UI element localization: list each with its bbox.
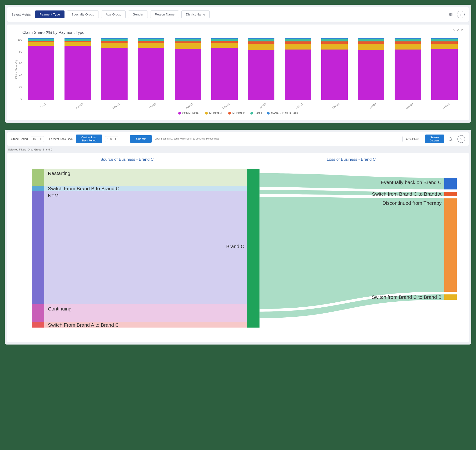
grace-period-label: Grace Period bbox=[11, 137, 28, 141]
chart-title: Claim Share (%) by Payment Type bbox=[22, 30, 462, 35]
bar-Apr-23: Apr-23 bbox=[358, 38, 384, 100]
warning-icon[interactable]: ⚠ bbox=[452, 28, 455, 32]
bar-Feb-23: Feb-23 bbox=[285, 38, 311, 100]
sankey-diagram-toggle[interactable]: Sankey Diagram bbox=[425, 135, 444, 143]
legend-cash[interactable]: CASH bbox=[250, 112, 262, 114]
svg-text:NTM: NTM bbox=[48, 193, 59, 199]
export-icon[interactable]: ⇱ bbox=[461, 28, 464, 32]
y-axis-label: Claim Share (%) bbox=[14, 38, 18, 100]
info-icon[interactable]: i bbox=[457, 11, 464, 18]
svg-rect-26 bbox=[444, 192, 457, 196]
sankey-panel: Grace Period 45 ▲▼ Forever Look Back Cus… bbox=[5, 130, 471, 344]
bar-Aug-22: Aug-22 bbox=[65, 38, 91, 100]
metric-region-name[interactable]: Region Name bbox=[150, 11, 179, 18]
svg-rect-30 bbox=[444, 295, 457, 300]
bar-May-23: May-23 bbox=[395, 38, 421, 100]
svg-point-5 bbox=[450, 15, 451, 16]
svg-point-11 bbox=[450, 140, 451, 141]
submit-hint: Upon Submitting, page refreshes in 10 se… bbox=[155, 137, 219, 141]
stacked-bar-plot: Jul-22Aug-22Sep-22Oct-22Nov-22Dec-22Jan-… bbox=[23, 38, 462, 100]
svg-rect-20 bbox=[32, 322, 44, 328]
svg-rect-14 bbox=[32, 186, 44, 191]
custom-lookback-button[interactable]: Custom Look Back Period bbox=[76, 135, 102, 143]
payment-type-panel: Select Metric Payment TypeSpecialty Grou… bbox=[5, 5, 471, 123]
sankey-diagram: RestartingSwitch From Brand B to Brand C… bbox=[14, 164, 462, 335]
settings-icon[interactable] bbox=[447, 11, 455, 18]
svg-point-3 bbox=[450, 13, 451, 14]
bar-Nov-22: Nov-22 bbox=[175, 38, 201, 100]
svg-text:Brand C: Brand C bbox=[226, 244, 244, 249]
svg-rect-16 bbox=[32, 191, 44, 304]
lookback-value-input[interactable]: 180 ▲▼ bbox=[105, 136, 118, 142]
select-metric-label: Select Metric bbox=[12, 13, 31, 16]
svg-text:Switch from Brand C to Brand B: Switch from Brand C to Brand B bbox=[372, 294, 442, 300]
bar-Jun-23: Jun-23 bbox=[431, 38, 458, 100]
expand-icon[interactable]: ⤢ bbox=[457, 28, 459, 32]
stepper-icon[interactable]: ▲▼ bbox=[114, 138, 116, 141]
metric-buttons: Payment TypeSpecialty GroupAge GroupGend… bbox=[35, 11, 210, 18]
stepper-icon[interactable]: ▲▼ bbox=[40, 138, 42, 141]
bar-Jul-22: Jul-22 bbox=[28, 38, 54, 100]
svg-rect-18 bbox=[32, 304, 44, 322]
bar-Sep-22: Sep-22 bbox=[101, 38, 128, 100]
sankey-card: Source of Business - Brand C Loss of Bus… bbox=[7, 153, 469, 342]
metric-district-name[interactable]: District Name bbox=[181, 11, 210, 18]
legend-medicare[interactable]: MEDICARE bbox=[205, 112, 223, 114]
metric-selector-bar: Select Metric Payment TypeSpecialty Grou… bbox=[7, 7, 469, 22]
selected-filters-note: Selected Filters- Drug Group: Brand C bbox=[7, 146, 469, 153]
submit-button[interactable]: Submit bbox=[130, 135, 152, 143]
bar-Mar-23: Mar-23 bbox=[321, 38, 348, 100]
svg-text:Continuing: Continuing bbox=[48, 306, 71, 311]
forever-lookback-label: Forever Look Back bbox=[49, 137, 73, 141]
svg-text:Switch from Brand C to Brand A: Switch from Brand C to Brand A bbox=[372, 191, 442, 197]
chart-legend: COMMERCIALMEDICAREMEDICAIDCASHMANAGED ME… bbox=[14, 112, 462, 114]
legend-commercial[interactable]: COMMERCIAL bbox=[178, 112, 200, 114]
y-axis-ticks: 100806040200 bbox=[18, 38, 23, 100]
bar-Dec-22: Dec-22 bbox=[211, 38, 238, 100]
svg-text:Switch From Brand B to Brand C: Switch From Brand B to Brand C bbox=[48, 186, 119, 191]
bar-Oct-22: Oct-22 bbox=[138, 38, 165, 100]
grace-period-input[interactable]: 45 ▲▼ bbox=[31, 136, 44, 142]
metric-gender[interactable]: Gender bbox=[128, 11, 148, 18]
metric-payment-type[interactable]: Payment Type bbox=[35, 11, 65, 18]
svg-rect-12 bbox=[32, 169, 44, 186]
svg-text:Eventually back on Brand C: Eventually back on Brand C bbox=[381, 179, 442, 185]
settings-icon[interactable] bbox=[447, 135, 455, 143]
svg-rect-28 bbox=[444, 198, 457, 292]
svg-rect-24 bbox=[444, 178, 457, 189]
svg-text:Switch From Brand A to Brand C: Switch From Brand A to Brand C bbox=[48, 322, 119, 328]
control-bar: Grace Period 45 ▲▼ Forever Look Back Cus… bbox=[7, 132, 469, 146]
svg-point-4 bbox=[451, 14, 452, 15]
legend-managed-medicaid[interactable]: MANAGED MEDICAID bbox=[267, 112, 298, 114]
legend-medicaid[interactable]: MEDICAID bbox=[228, 112, 245, 114]
svg-rect-22 bbox=[247, 169, 260, 328]
loss-title: Loss of Business - Brand C bbox=[327, 157, 376, 162]
bar-Jan-23: Jan-23 bbox=[248, 38, 274, 100]
svg-text:Restarting: Restarting bbox=[48, 171, 70, 176]
chart-card: ⚠ ⤢ ⇱ Claim Share (%) by Payment Type Cl… bbox=[7, 24, 469, 120]
metric-specialty-group[interactable]: Specialty Group bbox=[67, 11, 99, 18]
source-title: Source of Business - Brand C bbox=[100, 157, 154, 162]
metric-age-group[interactable]: Age Group bbox=[101, 11, 126, 18]
svg-point-10 bbox=[451, 139, 452, 139]
svg-point-9 bbox=[450, 137, 451, 138]
area-chart-toggle[interactable]: Area Chart bbox=[402, 136, 422, 142]
help-icon[interactable]: ? bbox=[458, 135, 465, 143]
chart-toolbar: ⚠ ⤢ ⇱ bbox=[452, 28, 464, 32]
svg-text:Discontinued from Therapy: Discontinued from Therapy bbox=[382, 200, 442, 206]
